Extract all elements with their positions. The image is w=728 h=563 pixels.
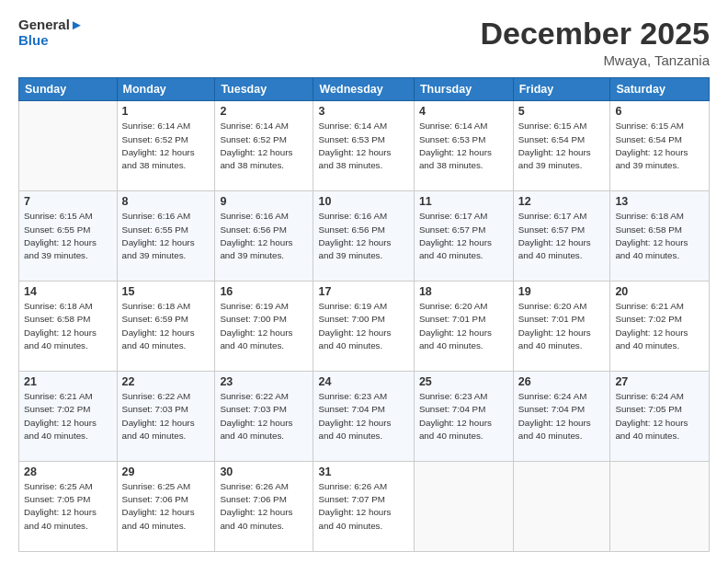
day-info: Sunrise: 6:26 AM Sunset: 7:06 PM Dayligh…	[220, 480, 308, 533]
day-number: 26	[518, 375, 606, 388]
table-row: 24Sunrise: 6:23 AM Sunset: 7:04 PM Dayli…	[313, 372, 414, 462]
day-info: Sunrise: 6:16 AM Sunset: 6:56 PM Dayligh…	[220, 210, 308, 262]
table-row: 21Sunrise: 6:21 AM Sunset: 7:02 PM Dayli…	[19, 372, 118, 462]
title-block: December 2025 Mwaya, Tanzania	[480, 17, 710, 68]
table-row: 27Sunrise: 6:24 AM Sunset: 7:05 PM Dayli…	[610, 372, 710, 462]
day-info: Sunrise: 6:15 AM Sunset: 6:54 PM Dayligh…	[518, 120, 606, 172]
table-row: 5Sunrise: 6:15 AM Sunset: 6:54 PM Daylig…	[513, 101, 610, 191]
day-number: 17	[318, 285, 408, 298]
day-info: Sunrise: 6:25 AM Sunset: 7:05 PM Dayligh…	[24, 480, 112, 533]
day-info: Sunrise: 6:17 AM Sunset: 6:57 PM Dayligh…	[419, 210, 508, 262]
table-row: 26Sunrise: 6:24 AM Sunset: 7:04 PM Dayli…	[513, 372, 610, 462]
table-row: 25Sunrise: 6:23 AM Sunset: 7:04 PM Dayli…	[414, 372, 513, 462]
table-row: 28Sunrise: 6:25 AM Sunset: 7:05 PM Dayli…	[19, 462, 118, 552]
calendar-week-4: 21Sunrise: 6:21 AM Sunset: 7:02 PM Dayli…	[19, 372, 710, 462]
day-number: 28	[24, 465, 112, 478]
day-info: Sunrise: 6:21 AM Sunset: 7:02 PM Dayligh…	[615, 300, 704, 352]
location: Mwaya, Tanzania	[480, 52, 710, 68]
day-info: Sunrise: 6:26 AM Sunset: 7:07 PM Dayligh…	[318, 480, 408, 533]
day-info: Sunrise: 6:19 AM Sunset: 7:00 PM Dayligh…	[318, 300, 408, 352]
day-number: 18	[419, 285, 508, 298]
logo-text: General► Blue	[18, 17, 84, 49]
day-number: 22	[122, 375, 210, 388]
table-row	[414, 462, 513, 552]
day-info: Sunrise: 6:22 AM Sunset: 7:03 PM Dayligh…	[122, 390, 210, 442]
day-number: 21	[24, 375, 112, 388]
table-row: 1Sunrise: 6:14 AM Sunset: 6:52 PM Daylig…	[117, 101, 215, 191]
col-saturday: Saturday	[610, 78, 710, 101]
day-number: 19	[518, 285, 606, 298]
day-number: 5	[518, 105, 606, 118]
day-number: 16	[220, 285, 308, 298]
table-row: 8Sunrise: 6:16 AM Sunset: 6:55 PM Daylig…	[117, 191, 215, 282]
col-tuesday: Tuesday	[215, 78, 313, 101]
day-number: 6	[615, 105, 704, 118]
day-info: Sunrise: 6:20 AM Sunset: 7:01 PM Dayligh…	[419, 300, 508, 352]
day-number: 4	[419, 105, 508, 118]
col-thursday: Thursday	[414, 78, 513, 101]
table-row: 16Sunrise: 6:19 AM Sunset: 7:00 PM Dayli…	[215, 282, 313, 372]
day-info: Sunrise: 6:16 AM Sunset: 6:55 PM Dayligh…	[122, 210, 210, 262]
table-row: 13Sunrise: 6:18 AM Sunset: 6:58 PM Dayli…	[610, 191, 710, 282]
day-info: Sunrise: 6:24 AM Sunset: 7:05 PM Dayligh…	[615, 390, 704, 442]
table-row: 23Sunrise: 6:22 AM Sunset: 7:03 PM Dayli…	[215, 372, 313, 462]
day-info: Sunrise: 6:16 AM Sunset: 6:56 PM Dayligh…	[318, 210, 408, 262]
day-number: 11	[419, 195, 508, 208]
day-info: Sunrise: 6:19 AM Sunset: 7:00 PM Dayligh…	[220, 300, 308, 352]
table-row: 22Sunrise: 6:22 AM Sunset: 7:03 PM Dayli…	[117, 372, 215, 462]
day-info: Sunrise: 6:24 AM Sunset: 7:04 PM Dayligh…	[518, 390, 606, 442]
month-title: December 2025	[480, 17, 710, 51]
table-row: 29Sunrise: 6:25 AM Sunset: 7:06 PM Dayli…	[117, 462, 215, 552]
day-number: 12	[518, 195, 606, 208]
table-row: 6Sunrise: 6:15 AM Sunset: 6:54 PM Daylig…	[610, 101, 710, 191]
header: General► Blue December 2025 Mwaya, Tanza…	[18, 17, 710, 68]
page: General► Blue December 2025 Mwaya, Tanza…	[0, 0, 728, 563]
day-info: Sunrise: 6:22 AM Sunset: 7:03 PM Dayligh…	[220, 390, 308, 442]
day-info: Sunrise: 6:14 AM Sunset: 6:52 PM Dayligh…	[122, 120, 210, 172]
day-info: Sunrise: 6:23 AM Sunset: 7:04 PM Dayligh…	[419, 390, 508, 442]
day-number: 20	[615, 285, 704, 298]
day-info: Sunrise: 6:17 AM Sunset: 6:57 PM Dayligh…	[518, 210, 606, 262]
calendar-table: Sunday Monday Tuesday Wednesday Thursday…	[18, 77, 710, 552]
day-number: 23	[220, 375, 308, 388]
day-info: Sunrise: 6:25 AM Sunset: 7:06 PM Dayligh…	[122, 480, 210, 533]
day-number: 3	[318, 105, 408, 118]
table-row: 14Sunrise: 6:18 AM Sunset: 6:58 PM Dayli…	[19, 282, 118, 372]
table-row: 15Sunrise: 6:18 AM Sunset: 6:59 PM Dayli…	[117, 282, 215, 372]
table-row: 31Sunrise: 6:26 AM Sunset: 7:07 PM Dayli…	[313, 462, 414, 552]
day-number: 30	[220, 465, 308, 478]
day-info: Sunrise: 6:18 AM Sunset: 6:59 PM Dayligh…	[122, 300, 210, 352]
day-info: Sunrise: 6:14 AM Sunset: 6:53 PM Dayligh…	[318, 120, 408, 172]
day-info: Sunrise: 6:18 AM Sunset: 6:58 PM Dayligh…	[615, 210, 704, 262]
day-number: 29	[122, 465, 210, 478]
col-wednesday: Wednesday	[313, 78, 414, 101]
day-number: 1	[122, 105, 210, 118]
table-row: 9Sunrise: 6:16 AM Sunset: 6:56 PM Daylig…	[215, 191, 313, 282]
day-number: 7	[24, 195, 112, 208]
day-info: Sunrise: 6:21 AM Sunset: 7:02 PM Dayligh…	[24, 390, 112, 442]
col-friday: Friday	[513, 78, 610, 101]
table-row: 7Sunrise: 6:15 AM Sunset: 6:55 PM Daylig…	[19, 191, 118, 282]
day-info: Sunrise: 6:15 AM Sunset: 6:54 PM Dayligh…	[615, 120, 704, 172]
table-row	[19, 101, 118, 191]
day-number: 10	[318, 195, 408, 208]
day-number: 2	[220, 105, 308, 118]
day-info: Sunrise: 6:15 AM Sunset: 6:55 PM Dayligh…	[24, 210, 112, 262]
day-number: 15	[122, 285, 210, 298]
day-info: Sunrise: 6:14 AM Sunset: 6:52 PM Dayligh…	[220, 120, 308, 172]
calendar-week-2: 7Sunrise: 6:15 AM Sunset: 6:55 PM Daylig…	[19, 191, 710, 282]
table-row: 12Sunrise: 6:17 AM Sunset: 6:57 PM Dayli…	[513, 191, 610, 282]
day-number: 13	[615, 195, 704, 208]
table-row: 3Sunrise: 6:14 AM Sunset: 6:53 PM Daylig…	[313, 101, 414, 191]
table-row	[513, 462, 610, 552]
table-row: 10Sunrise: 6:16 AM Sunset: 6:56 PM Dayli…	[313, 191, 414, 282]
day-info: Sunrise: 6:18 AM Sunset: 6:58 PM Dayligh…	[24, 300, 112, 352]
day-info: Sunrise: 6:23 AM Sunset: 7:04 PM Dayligh…	[318, 390, 408, 442]
table-row: 30Sunrise: 6:26 AM Sunset: 7:06 PM Dayli…	[215, 462, 313, 552]
table-row: 4Sunrise: 6:14 AM Sunset: 6:53 PM Daylig…	[414, 101, 513, 191]
table-row	[610, 462, 710, 552]
day-info: Sunrise: 6:14 AM Sunset: 6:53 PM Dayligh…	[419, 120, 508, 172]
day-info: Sunrise: 6:20 AM Sunset: 7:01 PM Dayligh…	[518, 300, 606, 352]
table-row: 17Sunrise: 6:19 AM Sunset: 7:00 PM Dayli…	[313, 282, 414, 372]
day-number: 8	[122, 195, 210, 208]
